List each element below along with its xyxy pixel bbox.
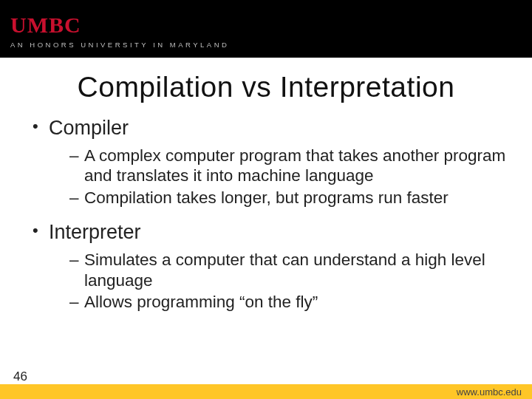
bullet-list: Compiler A complex computer program that… [22,117,510,313]
logo-text: UMBC [10,13,81,38]
sub-list: Simulates a computer that can understand… [49,250,510,312]
sub-list: A complex computer program that takes an… [49,146,510,208]
header-bar: UMBC AN HONORS UNIVERSITY IN MARYLAND [0,0,532,58]
sub-list-item: A complex computer program that takes an… [69,146,510,186]
slide: UMBC AN HONORS UNIVERSITY IN MARYLAND Co… [0,0,532,399]
list-item-label: Interpreter [49,221,141,243]
list-item: Interpreter Simulates a computer that ca… [33,221,510,312]
logo: UMBC [10,13,522,38]
list-item: Compiler A complex computer program that… [33,117,510,208]
footer-bar: www.umbc.edu [0,384,532,399]
slide-title: Compilation vs Interpretation [22,71,510,103]
list-item-label: Compiler [49,117,129,139]
footer-url: www.umbc.edu [457,386,522,398]
page-number: 46 [13,369,27,384]
sub-list-item: Simulates a computer that can understand… [69,250,510,290]
sub-list-item: Allows programming “on the fly” [69,292,510,312]
sub-list-item: Compilation takes longer, but programs r… [69,188,510,208]
slide-body: Compilation vs Interpretation Compiler A… [0,58,532,399]
tagline: AN HONORS UNIVERSITY IN MARYLAND [10,41,522,49]
footer: 46 www.umbc.edu [0,384,532,399]
